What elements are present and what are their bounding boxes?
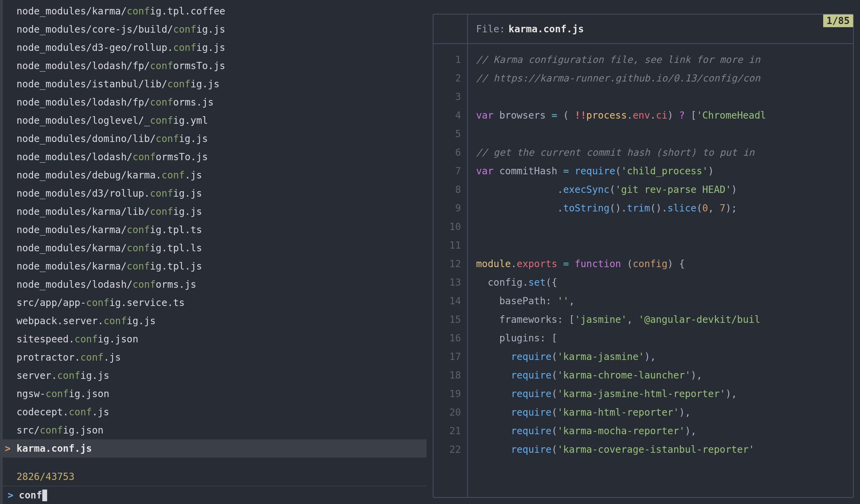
code-line: var commitHash = require('child_process'…: [476, 162, 853, 180]
file-path: node_modules/karma/config.tpl.coffee: [17, 6, 225, 17]
file-path: node_modules/d3-geo/rollup.config.js: [17, 42, 225, 53]
preview-pane[interactable]: 1/85 File: karma.conf.js 123456789101112…: [433, 14, 854, 498]
line-number: 9: [433, 199, 467, 217]
list-item[interactable]: src/app/app-config.service.ts: [3, 294, 427, 312]
code-line: require('karma-jasmine'),: [476, 347, 853, 366]
code-line: require('karma-jasmine-html-reporter'),: [476, 384, 853, 403]
list-item[interactable]: node_modules/lodash/fp/conformsTo.js: [3, 57, 427, 75]
list-item[interactable]: webpack.server.config.js: [3, 312, 427, 330]
list-item[interactable]: node_modules/debug/karma.conf.js: [3, 166, 427, 184]
file-path: node_modules/istanbul/lib/config.js: [17, 78, 219, 90]
code-line: [476, 217, 853, 236]
file-path: node_modules/karma/config.tpl.js: [17, 261, 202, 272]
file-path: node_modules/lodash/fp/conformsTo.js: [17, 60, 225, 72]
line-number: 11: [433, 236, 467, 254]
line-number: 7: [433, 162, 467, 180]
match-counter-text: 2826/43753: [17, 471, 75, 482]
line-number: 6: [433, 143, 467, 162]
line-number: 19: [433, 384, 467, 403]
list-item[interactable]: node_modules/karma/lib/config.js: [3, 202, 427, 221]
file-path: node_modules/karma/lib/config.js: [17, 206, 202, 217]
match-counter: 2826/43753: [3, 468, 427, 486]
list-item[interactable]: server.config.js: [3, 366, 427, 385]
list-item[interactable]: src/config.json: [3, 421, 427, 439]
code-line: require('karma-coverage-istanbul-reporte…: [476, 440, 853, 459]
list-item[interactable]: node_modules/domino/lib/config.js: [3, 130, 427, 148]
list-item[interactable]: node_modules/d3/rollup.config.js: [3, 184, 427, 202]
list-item[interactable]: sitespeed.config.json: [3, 330, 427, 348]
line-number: 4: [433, 106, 467, 124]
file-path: ngsw-config.json: [17, 388, 109, 399]
line-numbers: 12345678910111213141516171819202122: [433, 44, 468, 497]
code-line: // Karma configuration file, see link fo…: [476, 50, 853, 69]
file-path: node_modules/domino/lib/config.js: [17, 133, 208, 144]
line-number: 16: [433, 329, 467, 347]
list-item[interactable]: node_modules/karma/config.tpl.js: [3, 257, 427, 275]
file-path: node_modules/lodash/fp/conforms.js: [17, 97, 214, 108]
line-number: 14: [433, 292, 467, 310]
file-path: server.config.js: [17, 370, 109, 381]
fzf-ui: node_modules/karma/config.tpl.coffeenode…: [0, 0, 860, 504]
code-line: // https://karma-runner.github.io/0.13/c…: [476, 69, 853, 87]
code-line: require('karma-mocha-reporter'),: [476, 421, 853, 440]
file-path: src/config.json: [17, 425, 104, 436]
list-item[interactable]: >karma.conf.js: [3, 439, 427, 458]
list-item[interactable]: node_modules/lodash/conformsTo.js: [3, 148, 427, 166]
prompt-caret-icon: >: [8, 490, 13, 501]
list-item[interactable]: node_modules/core-js/build/config.js: [3, 20, 427, 39]
file-path: codecept.conf.js: [17, 406, 109, 418]
line-number: 10: [433, 217, 467, 236]
file-path: node_modules/debug/karma.conf.js: [17, 169, 202, 181]
preview-header-main: File: karma.conf.js: [468, 14, 853, 43]
list-item[interactable]: node_modules/loglevel/_config.yml: [3, 111, 427, 130]
file-path: protractor.conf.js: [17, 352, 121, 363]
file-path: node_modules/d3/rollup.config.js: [17, 188, 202, 199]
code-line: .toString().trim().slice(0, 7);: [476, 199, 853, 217]
line-number: 17: [433, 347, 467, 366]
preview-header: File: karma.conf.js: [433, 14, 853, 44]
file-path: webpack.server.config.js: [17, 315, 156, 327]
file-path: src/app/app-config.service.ts: [17, 297, 185, 308]
line-number: 12: [433, 254, 467, 273]
file-path: node_modules/lodash/conforms.js: [17, 279, 196, 290]
code-line: require('karma-html-reporter'),: [476, 403, 853, 421]
list-item[interactable]: node_modules/karma/config.tpl.coffee: [3, 2, 427, 20]
list-item[interactable]: protractor.conf.js: [3, 348, 427, 366]
preview-filename: karma.conf.js: [508, 23, 584, 35]
file-path: node_modules/loglevel/_config.yml: [17, 115, 208, 126]
line-number: 21: [433, 421, 467, 440]
file-path: node_modules/core-js/build/config.js: [17, 24, 225, 35]
code-line: .execSync('git rev-parse HEAD'): [476, 180, 853, 199]
line-number: 1: [433, 50, 467, 69]
line-number: 3: [433, 87, 467, 106]
preview-code[interactable]: 12345678910111213141516171819202122 // K…: [433, 44, 853, 497]
file-path: node_modules/karma/config.tpl.ts: [17, 224, 202, 235]
search-input[interactable]: conf: [19, 490, 42, 501]
line-number: 5: [433, 124, 467, 143]
code-body: // Karma configuration file, see link fo…: [468, 44, 853, 497]
list-item[interactable]: node_modules/d3-geo/rollup.config.js: [3, 39, 427, 57]
line-number: 15: [433, 310, 467, 329]
preview-header-label: File:: [476, 23, 505, 35]
line-number: 22: [433, 440, 467, 459]
text-cursor: [42, 490, 47, 501]
preview-pane-wrapper: 1/85 File: karma.conf.js 123456789101112…: [427, 0, 860, 504]
preview-header-gutter: [433, 14, 468, 43]
list-item[interactable]: codecept.conf.js: [3, 403, 427, 421]
code-line: module.exports = function (config) {: [476, 254, 853, 273]
left-border: [0, 0, 3, 504]
code-line: var browsers = ( !!process.env.ci) ? ['C…: [476, 106, 853, 124]
list-item[interactable]: ngsw-config.json: [3, 385, 427, 403]
file-list[interactable]: node_modules/karma/config.tpl.coffeenode…: [3, 0, 427, 468]
list-item[interactable]: node_modules/lodash/fp/conforms.js: [3, 93, 427, 111]
list-item[interactable]: node_modules/lodash/conforms.js: [3, 275, 427, 294]
line-number: 2: [433, 69, 467, 87]
code-line: config.set({: [476, 273, 853, 292]
preview-position-badge: 1/85: [823, 14, 853, 27]
list-item[interactable]: node_modules/istanbul/lib/config.js: [3, 75, 427, 93]
line-number: 20: [433, 403, 467, 421]
search-prompt[interactable]: > conf: [3, 486, 427, 504]
list-item[interactable]: node_modules/karma/config.tpl.ls: [3, 239, 427, 257]
file-path: sitespeed.config.json: [17, 333, 138, 345]
list-item[interactable]: node_modules/karma/config.tpl.ts: [3, 221, 427, 239]
